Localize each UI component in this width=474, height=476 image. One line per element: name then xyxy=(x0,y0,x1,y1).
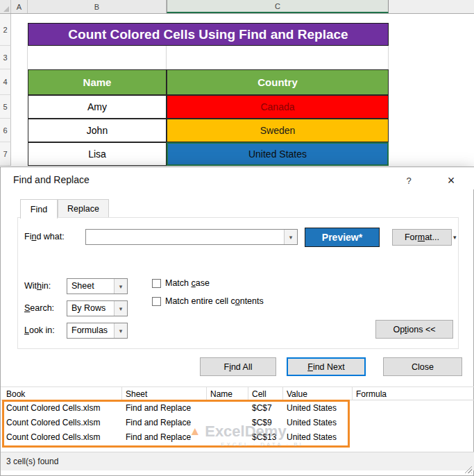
row-header-7[interactable]: 7 xyxy=(0,142,11,166)
match-case-checkbox[interactable]: Match case xyxy=(152,278,210,288)
dialog-title: Find and Replace xyxy=(13,174,90,185)
row-header-6[interactable]: 6 xyxy=(0,119,11,142)
results-column-divider xyxy=(352,386,353,400)
cell-country-header[interactable]: Country xyxy=(167,69,389,95)
result-value: United States xyxy=(287,403,337,413)
cell-country-united-states[interactable]: United States xyxy=(167,142,389,166)
match-case-label: Match case xyxy=(165,278,210,288)
select-all-corner[interactable] xyxy=(0,0,11,13)
result-row[interactable]: Count Colored Cells.xlsm Find and Replac… xyxy=(1,430,474,445)
result-cell: $C$13 xyxy=(252,432,276,442)
screenshot-root: A B C 2 3 4 5 6 7 Count Colored Cells Us… xyxy=(0,0,474,476)
results-header-cell[interactable]: Cell xyxy=(252,389,266,399)
search-value: By Rows xyxy=(67,301,114,316)
column-header-b[interactable]: B xyxy=(28,0,167,13)
format-button[interactable]: Format... xyxy=(392,229,452,246)
results-header-sheet[interactable]: Sheet xyxy=(126,389,147,399)
cell-name-header[interactable]: Name xyxy=(28,69,167,95)
row-header-5[interactable]: 5 xyxy=(0,95,11,119)
tab-find[interactable]: Find xyxy=(20,199,58,219)
result-row[interactable]: Count Colored Cells.xlsm Find and Replac… xyxy=(1,401,474,416)
gridline xyxy=(166,46,167,69)
chevron-down-icon[interactable]: ▾ xyxy=(114,301,127,316)
results-column-divider xyxy=(206,386,207,400)
results-header-book[interactable]: Book xyxy=(6,389,25,399)
find-and-replace-dialog: Find and Replace ? × Find Replace Find w… xyxy=(0,167,474,476)
cell-name-john[interactable]: John xyxy=(28,119,167,142)
column-header-c[interactable]: C xyxy=(167,0,389,13)
result-sheet: Find and Replace xyxy=(126,432,191,442)
result-cell: $C$9 xyxy=(252,418,272,427)
find-what-input[interactable] xyxy=(86,230,284,244)
cell-name-lisa[interactable]: Lisa xyxy=(28,142,167,166)
results-column-divider xyxy=(248,386,248,400)
dialog-titlebar[interactable]: Find and Replace ? × xyxy=(1,167,474,189)
checkbox-icon[interactable] xyxy=(152,279,161,288)
result-cell: $C$7 xyxy=(252,403,272,413)
result-book: Count Colored Cells.xlsm xyxy=(6,403,100,413)
find-next-button[interactable]: Find Next xyxy=(287,357,366,376)
cell-country-sweden[interactable]: Sweden xyxy=(167,119,389,142)
cell-name-amy[interactable]: Amy xyxy=(28,95,167,119)
title-banner-cell[interactable]: Count Colored Cells Using Find and Repla… xyxy=(28,23,389,46)
result-book: Count Colored Cells.xlsm xyxy=(6,418,100,427)
tab-replace[interactable]: Replace xyxy=(58,199,109,218)
results-header-formula[interactable]: Formula xyxy=(356,389,387,399)
status-bar: 3 cell(s) found xyxy=(1,452,474,470)
row-header-2[interactable]: 2 xyxy=(0,14,11,46)
find-all-button[interactable]: Find All xyxy=(200,357,276,376)
results-header-value[interactable]: Value xyxy=(287,389,307,399)
format-dropdown-icon[interactable]: ▾ xyxy=(453,234,457,241)
help-button[interactable]: ? xyxy=(399,173,418,188)
row-header-4[interactable]: 4 xyxy=(0,69,11,95)
chevron-down-icon[interactable]: ▾ xyxy=(114,279,127,294)
row-header-3[interactable]: 3 xyxy=(0,46,11,69)
checkbox-icon[interactable] xyxy=(152,297,161,306)
search-dropdown[interactable]: By Rows ▾ xyxy=(67,300,128,316)
result-book: Count Colored Cells.xlsm xyxy=(6,432,100,442)
results-header-name[interactable]: Name xyxy=(210,389,232,399)
excel-sheet: A B C 2 3 4 5 6 7 Count Colored Cells Us… xyxy=(0,0,474,167)
results-column-divider xyxy=(282,386,283,400)
close-button[interactable]: Close xyxy=(383,357,462,376)
look-in-value: Formulas xyxy=(67,323,114,338)
find-what-combobox[interactable]: ▾ xyxy=(85,229,298,245)
match-entire-cell-checkbox[interactable]: Match entire cell contents xyxy=(152,296,264,306)
options-button[interactable]: Options << xyxy=(375,320,453,339)
column-header-empty xyxy=(389,0,474,13)
column-header-row: A B C xyxy=(0,0,474,14)
results-header-row: Book Sheet Name Cell Value Formula xyxy=(1,386,474,400)
within-value: Sheet xyxy=(67,279,114,294)
gridline xyxy=(27,46,28,69)
result-sheet: Find and Replace xyxy=(126,418,191,427)
column-header-a[interactable]: A xyxy=(11,0,28,13)
result-sheet: Find and Replace xyxy=(126,403,191,413)
match-entire-cell-label: Match entire cell contents xyxy=(165,296,264,306)
result-value: United States xyxy=(287,418,337,427)
cell-country-canada[interactable]: Canada xyxy=(167,95,389,119)
chevron-down-icon[interactable]: ▾ xyxy=(284,230,297,244)
gridline xyxy=(388,46,389,69)
preview-format-button[interactable]: Preview* xyxy=(305,228,380,247)
close-icon[interactable]: × xyxy=(438,171,464,189)
look-in-dropdown[interactable]: Formulas ▾ xyxy=(67,323,128,339)
result-value: United States xyxy=(287,432,337,442)
result-row[interactable]: Count Colored Cells.xlsm Find and Replac… xyxy=(1,416,474,430)
status-text: 3 cell(s) found xyxy=(6,457,58,466)
within-dropdown[interactable]: Sheet ▾ xyxy=(67,278,128,294)
results-column-divider xyxy=(121,386,122,400)
chevron-down-icon[interactable]: ▾ xyxy=(114,323,127,338)
